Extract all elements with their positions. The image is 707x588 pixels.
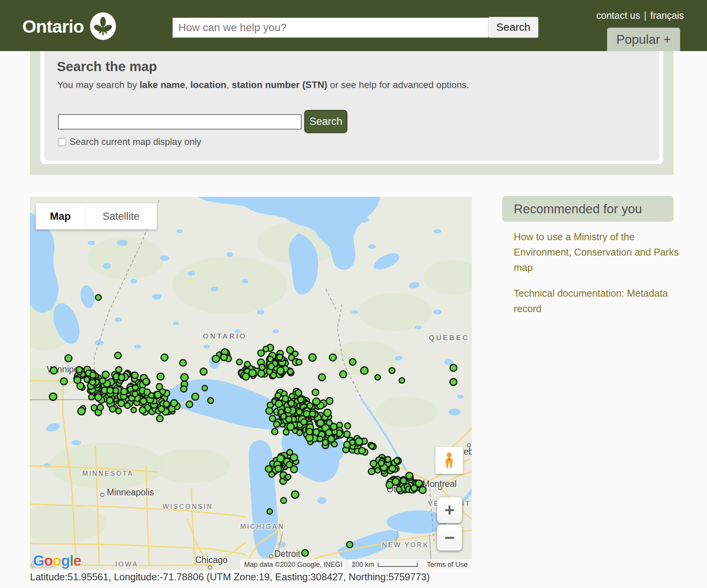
ontario-logo[interactable]: Ontario: [22, 12, 116, 40]
language-link[interactable]: français: [650, 10, 684, 21]
station-marker[interactable]: [170, 399, 178, 407]
station-marker[interactable]: [450, 364, 458, 372]
station-marker[interactable]: [179, 359, 187, 367]
station-marker[interactable]: [288, 400, 295, 407]
station-marker[interactable]: [418, 486, 427, 494]
zoom-out-button[interactable]: −: [437, 525, 462, 551]
station-marker[interactable]: [120, 388, 128, 395]
station-marker[interactable]: [158, 405, 165, 412]
station-marker[interactable]: [65, 354, 73, 362]
station-marker[interactable]: [327, 435, 335, 443]
station-marker[interactable]: [286, 422, 295, 431]
station-marker[interactable]: [317, 419, 325, 427]
map-label-new-york: NEW YORK: [382, 541, 429, 549]
station-marker[interactable]: [186, 400, 193, 408]
link-divider: |: [644, 10, 647, 21]
station-marker[interactable]: [97, 404, 104, 411]
station-marker[interactable]: [60, 377, 68, 385]
station-marker[interactable]: [290, 453, 298, 462]
station-marker[interactable]: [257, 369, 265, 377]
station-marker[interactable]: [236, 359, 243, 365]
city-dot-detroit: [269, 554, 273, 558]
station-marker[interactable]: [284, 407, 292, 414]
station-marker[interactable]: [339, 370, 347, 379]
recommended-link-how-to-use-map[interactable]: How to use a Ministry of the Environment…: [514, 229, 680, 275]
station-marker[interactable]: [115, 366, 123, 373]
search-current-map-checkbox[interactable]: [58, 138, 66, 146]
map-city-label-chicago: Chicago: [195, 555, 227, 565]
station-marker[interactable]: [295, 359, 302, 365]
station-marker[interactable]: [329, 354, 337, 362]
trillium-icon: [90, 12, 116, 40]
station-marker[interactable]: [268, 471, 275, 478]
station-marker[interactable]: [388, 367, 395, 374]
station-marker[interactable]: [290, 465, 298, 473]
map-search-input[interactable]: [58, 114, 302, 130]
street-view-pegman-button[interactable]: [435, 447, 463, 474]
station-marker[interactable]: [296, 409, 303, 415]
station-marker[interactable]: [118, 374, 126, 381]
station-marker[interactable]: [115, 407, 122, 414]
station-marker[interactable]: [358, 447, 366, 455]
station-marker[interactable]: [280, 497, 287, 504]
map-canvas[interactable]: ONTARIOQUEBECMINNESOTAWISCONSINMICHIGANI…: [30, 197, 472, 570]
station-marker[interactable]: [400, 477, 407, 485]
google-logo[interactable]: Google: [33, 553, 81, 569]
station-marker[interactable]: [378, 460, 385, 467]
station-marker[interactable]: [276, 354, 283, 360]
recommended-links: How to use a Ministry of the Environment…: [514, 229, 680, 327]
station-marker[interactable]: [323, 409, 332, 417]
station-marker[interactable]: [180, 385, 188, 393]
station-marker[interactable]: [161, 354, 169, 362]
instructions-separator: ,: [226, 80, 232, 90]
station-marker[interactable]: [77, 407, 86, 415]
station-marker[interactable]: [291, 490, 299, 499]
station-marker[interactable]: [132, 384, 139, 391]
search-current-map-label[interactable]: Search current map display only: [70, 136, 201, 147]
station-marker[interactable]: [95, 294, 102, 301]
station-marker[interactable]: [392, 477, 400, 485]
station-marker[interactable]: [306, 428, 314, 435]
station-marker[interactable]: [266, 508, 273, 515]
site-search-input[interactable]: [173, 18, 488, 38]
station-marker[interactable]: [212, 355, 220, 363]
station-marker[interactable]: [346, 541, 354, 548]
station-marker[interactable]: [360, 366, 368, 375]
station-marker[interactable]: [396, 486, 403, 493]
station-marker[interactable]: [343, 441, 351, 448]
terms-of-use-link[interactable]: Terms of Use: [423, 559, 472, 570]
station-marker[interactable]: [106, 397, 114, 404]
contact-us-link[interactable]: contact us: [596, 10, 640, 21]
instructions-suffix: or see help for advanced options.: [327, 80, 469, 90]
google-logo-letter: e: [73, 553, 81, 569]
station-marker[interactable]: [139, 406, 147, 414]
station-marker[interactable]: [317, 436, 324, 442]
city-dot-chicago: [208, 565, 212, 570]
station-marker[interactable]: [393, 457, 400, 464]
station-marker[interactable]: [99, 377, 106, 384]
map-type-satellite-tab[interactable]: Satellite: [85, 203, 157, 229]
station-marker[interactable]: [49, 392, 57, 401]
popular-menu-button[interactable]: Popular +: [607, 28, 680, 51]
station-marker[interactable]: [271, 428, 279, 435]
site-search-button[interactable]: Search: [488, 17, 538, 38]
station-marker[interactable]: [76, 366, 83, 374]
instructions-term-lake-name: lake name: [139, 80, 185, 90]
station-marker[interactable]: [450, 378, 458, 386]
station-marker[interactable]: [274, 465, 282, 472]
map-type-map-tab[interactable]: Map: [36, 203, 85, 229]
map-label-minnesota: MINNESOTA: [82, 470, 134, 478]
zoom-in-button[interactable]: +: [437, 497, 462, 523]
station-marker[interactable]: [50, 367, 58, 375]
station-marker[interactable]: [156, 415, 164, 422]
station-marker[interactable]: [344, 422, 351, 430]
station-marker[interactable]: [131, 372, 139, 379]
map-search-button[interactable]: Search: [304, 110, 347, 133]
station-marker[interactable]: [308, 353, 317, 362]
map-attribution: Map data ©2020 Google, INEGI 200 km Term…: [239, 559, 472, 570]
station-marker[interactable]: [207, 397, 214, 404]
site-header: Ontario Search contact us | français Pop…: [0, 0, 707, 51]
recommended-link-metadata-record[interactable]: Technical documentation: Metadata record: [514, 286, 680, 316]
station-marker[interactable]: [191, 393, 199, 401]
station-marker[interactable]: [132, 390, 139, 397]
